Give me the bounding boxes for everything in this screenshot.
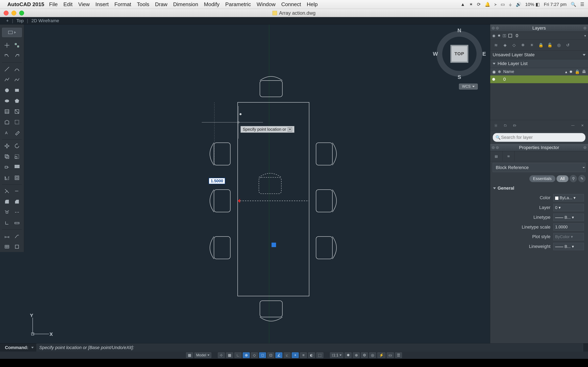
status-bluetooth-icon[interactable]: ᚛ <box>494 2 497 7</box>
menu-file[interactable]: File <box>49 1 58 8</box>
status-grid-icon[interactable]: ▦ <box>186 352 193 358</box>
props-quickselect-icon[interactable]: ⚲ <box>570 175 577 182</box>
prop-color-value[interactable]: ByLa... ▾ <box>553 194 584 201</box>
tool-dimension[interactable] <box>3 232 11 240</box>
col-name[interactable]: Name <box>503 69 563 74</box>
menu-view[interactable]: View <box>78 1 90 8</box>
layer-tool-states[interactable]: ≋ <box>492 41 500 49</box>
status-display-icon[interactable]: ▭ <box>501 2 505 7</box>
status-hardwareaccel[interactable]: ⚡ <box>377 352 385 358</box>
tool-explode[interactable] <box>3 208 11 216</box>
layer-color-swatch[interactable] <box>508 34 512 38</box>
props-pill-essentials[interactable]: Essentials <box>529 175 555 182</box>
tool-polyline[interactable] <box>3 76 11 84</box>
status-3dosnap[interactable]: ⊡ <box>267 352 274 358</box>
status-alert-icon[interactable]: ▲ <box>461 2 465 7</box>
layer-tool-thaw[interactable]: ☀ <box>528 41 536 49</box>
props-pill-all[interactable]: All <box>557 175 568 182</box>
tool-mirror[interactable] <box>3 174 11 182</box>
command-history-icon[interactable] <box>31 347 34 349</box>
layer-lock-icon[interactable]: ⚿ <box>503 34 506 38</box>
layer-tool-unlock[interactable]: 🔓 <box>546 41 554 49</box>
command-input[interactable] <box>36 343 583 352</box>
status-lwt[interactable]: ≡ <box>300 352 307 358</box>
tool-move[interactable] <box>3 142 11 150</box>
props-tab-object[interactable]: ▤ <box>490 151 502 161</box>
status-notifications-icon[interactable]: 🔔 <box>485 2 490 7</box>
tool-polygon[interactable] <box>13 97 21 105</box>
status-volume-icon[interactable]: 🔊 <box>516 2 521 7</box>
status-space-label[interactable]: Model <box>194 352 211 358</box>
prop-layer-value[interactable]: 0 ▾ <box>553 204 584 211</box>
layer-hide-list-toggle[interactable]: Hide Layer List <box>490 59 588 68</box>
tool-offset[interactable] <box>13 174 21 182</box>
drawing-canvas[interactable]: Specify point location or 1.5000 <box>24 25 490 343</box>
menu-dimension[interactable]: Dimension <box>173 1 198 8</box>
layer-filter-icon[interactable]: ⌸ <box>492 122 500 129</box>
prop-plotstyle-value[interactable]: ByColor ▾ <box>553 233 584 240</box>
status-customize[interactable]: ☰ <box>395 352 402 358</box>
tool-boundary[interactable] <box>13 118 21 126</box>
window-zoom-button[interactable] <box>19 11 24 16</box>
props-object-type[interactable]: Block Reference <box>493 163 586 172</box>
layer-new-icon[interactable]: — <box>569 122 577 129</box>
tool-join[interactable] <box>13 208 21 216</box>
workspace-switcher[interactable] <box>2 28 22 37</box>
layer-tool-match[interactable]: ◎ <box>555 41 563 49</box>
tool-ucs[interactable] <box>3 219 11 227</box>
status-dynmode[interactable]: + <box>292 352 299 358</box>
viewcube-east[interactable]: E <box>483 51 486 57</box>
dynamic-prompt[interactable]: Specify point location or <box>241 126 294 133</box>
layer-tool-lock[interactable]: 🔒 <box>537 41 545 49</box>
tool-table[interactable] <box>3 243 11 251</box>
tool-multipoint[interactable] <box>13 41 21 49</box>
menu-help[interactable]: Help <box>307 1 318 8</box>
tool-arc[interactable] <box>13 65 21 73</box>
layer-tool-freeze[interactable]: ❄ <box>519 41 527 49</box>
props-tab-layer[interactable]: ≋ <box>502 151 515 161</box>
status-wifi-icon[interactable]: ⏚ <box>509 2 512 7</box>
tool-block[interactable] <box>13 243 21 251</box>
status-isodraft[interactable]: ◇ <box>251 352 258 358</box>
tool-array[interactable] <box>13 163 21 171</box>
layer-dropdown-icon[interactable]: ▾ <box>584 34 586 38</box>
menu-tools[interactable]: Tools <box>137 1 149 8</box>
status-snapmode[interactable]: ⊹ <box>218 352 225 358</box>
status-menu-icon[interactable]: ☰ <box>580 2 584 7</box>
layer-search-input[interactable] <box>493 133 586 142</box>
tool-chamfer[interactable] <box>13 198 21 206</box>
wcs-dropdown[interactable]: WCS <box>459 83 478 90</box>
status-ortho[interactable]: ∟ <box>234 352 242 358</box>
viewcube-face-top[interactable]: TOP <box>450 45 468 63</box>
layer-new-group-icon[interactable]: 🗁 <box>511 122 518 129</box>
status-spotlight-icon[interactable]: 🔍 <box>571 2 576 7</box>
menu-edit[interactable]: Edit <box>63 1 73 8</box>
dynamic-value-input[interactable]: 1.5000 <box>209 178 225 184</box>
dynamic-prompt-dropdown-icon[interactable] <box>288 127 292 132</box>
layers-panel-header[interactable]: Layers <box>490 25 588 32</box>
tool-erase[interactable] <box>13 129 21 137</box>
status-transparency[interactable]: ◐ <box>308 352 315 358</box>
menu-modify[interactable]: Modify <box>204 1 220 8</box>
tool-extend[interactable] <box>13 187 21 195</box>
tool-leader[interactable] <box>13 232 21 240</box>
prop-lineweight-value[interactable]: B... ▾ <box>553 243 584 250</box>
viewcube-west[interactable]: W <box>433 51 438 57</box>
tool-rectangle[interactable] <box>13 86 21 94</box>
tool-scale[interactable] <box>13 152 21 161</box>
viewport-style-label[interactable]: 2D Wireframe <box>31 18 59 24</box>
status-evernote-icon[interactable]: ✶ <box>469 2 473 7</box>
status-annoautoscale[interactable]: ⊕ <box>353 352 360 358</box>
tool-undo[interactable] <box>3 52 11 60</box>
status-ducs[interactable]: ⟀ <box>284 352 291 358</box>
tool-redo[interactable] <box>13 52 21 60</box>
tool-region[interactable] <box>3 118 11 126</box>
viewcube[interactable]: TOP N S E W <box>433 27 486 80</box>
layer-tool-prev[interactable]: ↺ <box>564 41 572 49</box>
prop-ltscale-value[interactable]: 1.0000 <box>553 224 584 231</box>
status-polar[interactable]: ⊕ <box>243 352 250 358</box>
props-pickadd-icon[interactable]: ✎ <box>578 175 586 182</box>
menu-draw[interactable]: Draw <box>155 1 167 8</box>
window-minimize-button[interactable] <box>11 11 16 16</box>
current-layer-name[interactable]: 0 <box>514 33 582 38</box>
